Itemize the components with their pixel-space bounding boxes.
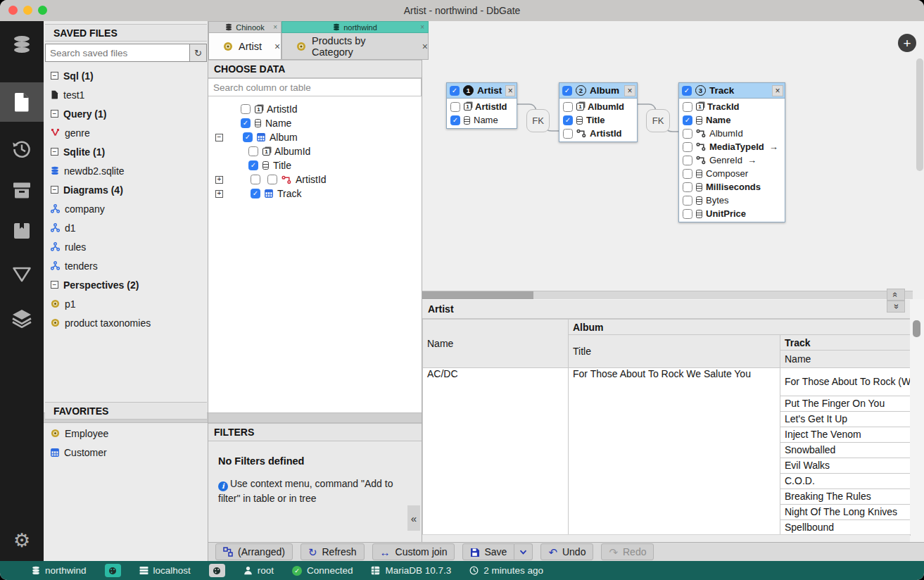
expand-rows-down-button[interactable]: « [887,301,905,313]
collapse-icon[interactable]: − [51,72,58,80]
rail-files-icon[interactable] [0,82,44,122]
expand-reference-arrow[interactable]: → [769,141,778,152]
collapse-icon[interactable]: − [51,186,58,194]
column-albumid-fk[interactable]: AlbumId [679,127,785,140]
redo-button[interactable]: ↷ Redo [601,543,654,560]
cell-track[interactable]: Inject The Venom [780,427,911,443]
checkbox-checked[interactable] [243,132,253,142]
fk-join-badge[interactable]: FK [646,109,670,132]
favorite-item-employee[interactable]: Employee [44,424,208,443]
checkbox[interactable] [683,182,692,192]
close-icon[interactable]: × [624,85,635,96]
cell-album-title[interactable]: For Those About To Rock We Salute You [569,368,780,536]
saved-files-refresh-button[interactable]: ↻ [189,44,207,62]
column-artistid-fk[interactable]: ArtistId [559,127,637,140]
maximize-window-button[interactable] [38,6,47,15]
checkbox-checked[interactable] [683,115,692,125]
connection-color-badge[interactable] [209,564,225,577]
column-name[interactable]: Name [679,113,785,127]
tree-item-tenders[interactable]: tenders [44,256,208,275]
save-dropdown-button[interactable] [514,543,533,560]
close-icon[interactable]: × [772,85,783,96]
column-genreid-fk[interactable]: GenreId → [679,153,785,167]
checkbox[interactable] [563,129,573,139]
column-unitprice[interactable]: UnitPrice [679,207,785,220]
checkbox[interactable] [267,175,277,184]
tree-item-company[interactable]: company [44,199,208,218]
table-header-track[interactable]: 3 Track × [679,83,785,99]
column-row-title[interactable]: Title [208,158,422,172]
tree-group-diagrams[interactable]: −Diagrams (4) [44,180,208,199]
tree-group-sql[interactable]: −Sql (1) [44,66,208,85]
column-albumid[interactable]: 1 AlbumId [559,100,637,113]
close-icon[interactable]: × [273,23,277,31]
table-row-track[interactable]: + Track [208,187,422,201]
column-row-artistid[interactable]: 1 ArtistId [208,102,422,116]
checkbox-checked[interactable] [251,189,260,198]
column-milliseconds[interactable]: Milliseconds [679,180,785,194]
checkbox-checked[interactable] [248,160,258,170]
status-host[interactable]: localhost [139,565,191,576]
checkbox[interactable] [683,156,692,165]
tree-item-test1[interactable]: test1 [44,85,208,104]
refresh-button[interactable]: ↻ Refresh [300,543,365,560]
checkbox-checked[interactable] [682,86,692,96]
status-engine-version[interactable]: MariaDB 10.7.3 [371,565,451,576]
close-icon[interactable]: × [420,23,424,31]
minimize-window-button[interactable] [23,6,32,15]
cell-track[interactable]: C.O.D. [780,474,911,489]
cell-track[interactable]: Night Of The Long Knives [780,505,911,520]
column-artistid[interactable]: 1 ArtistId [447,100,517,113]
column-header-artist-name[interactable]: Name [423,320,569,368]
table-header-artist[interactable]: 1 Artist × [447,83,517,99]
tree-item-d1[interactable]: d1 [44,218,208,237]
collapse-icon[interactable]: − [215,134,223,141]
tree-group-sqlite[interactable]: −Sqlite (1) [44,142,208,161]
checkbox[interactable] [683,209,692,219]
checkbox[interactable] [241,104,251,114]
tab-artist[interactable]: Artist × [208,33,281,60]
cell-track[interactable]: Let's Get It Up [780,412,911,427]
group-header-track[interactable]: Track [780,335,911,351]
rail-database-icon[interactable] [0,25,44,65]
cell-track[interactable]: Evil Walks [780,458,911,474]
database-color-badge[interactable] [105,564,121,577]
column-header-album-title[interactable]: Title [569,335,780,368]
db-group-tab-chinook[interactable]: Chinook × [208,21,281,33]
collapse-panel-button[interactable]: « [407,505,420,531]
checkbox-checked[interactable] [563,115,573,125]
db-group-tab-northwind[interactable]: northwind × [281,21,429,33]
choose-data-search-input[interactable] [208,78,422,96]
column-composer[interactable]: Composer [679,167,785,180]
checkbox[interactable] [683,142,692,152]
close-icon[interactable]: × [422,41,428,52]
column-title[interactable]: Title [559,113,637,127]
zoom-in-button[interactable]: + [898,34,916,52]
tree-item-genre[interactable]: genre [44,123,208,142]
column-mediatypeid-fk[interactable]: MediaTypeId → [679,140,785,153]
group-header-album[interactable]: Album [569,320,911,335]
column-header-track-name[interactable]: Name [780,351,911,368]
custom-join-button[interactable]: ↔ Custom join [372,543,455,560]
expand-icon[interactable]: + [215,190,223,198]
diagram-table-artist[interactable]: 1 Artist × 1 ArtistId Name [446,82,517,129]
canvas-horizontal-scrollbar[interactable] [422,291,913,299]
table-header-album[interactable]: 2 Album × [559,83,637,99]
cell-track[interactable]: Spellbound [780,520,911,536]
status-user[interactable]: root [243,565,274,576]
column-name[interactable]: Name [447,113,517,127]
diagram-canvas[interactable]: 1 Artist × 1 ArtistId Name 2 Album [422,21,924,299]
rail-history-icon[interactable] [0,130,44,169]
scrollbar-thumb[interactable] [913,320,920,337]
tree-group-query[interactable]: −Query (1) [44,104,208,123]
rail-book-icon[interactable] [0,211,44,251]
checkbox[interactable] [683,129,692,139]
favorite-item-customer[interactable]: Customer [44,443,208,462]
collapse-icon[interactable]: − [51,110,58,118]
checkbox-checked[interactable] [562,86,572,96]
close-icon[interactable]: × [274,41,280,52]
checkbox-checked[interactable] [241,118,251,128]
checkbox[interactable] [248,146,258,156]
close-window-button[interactable] [8,6,18,15]
saved-files-search-input[interactable] [45,44,189,62]
